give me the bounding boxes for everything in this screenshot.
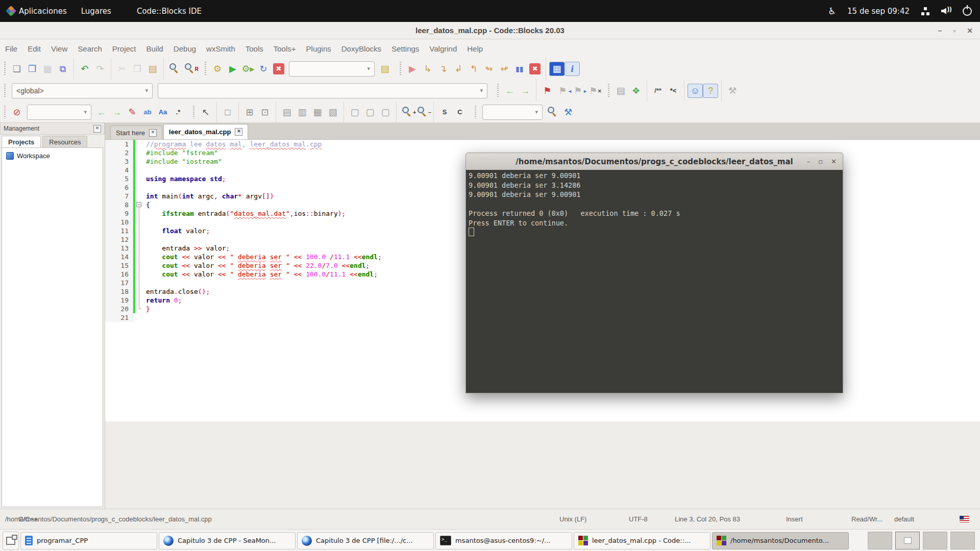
terminal-minimize-button[interactable]: – [807, 158, 811, 165]
doxy-help-icon[interactable]: ? [703, 84, 718, 98]
doxy-blocks-icon[interactable]: ❖ [628, 83, 644, 98]
redo-icon[interactable]: ↷ [92, 61, 108, 77]
open-file-icon[interactable]: ❒ [24, 61, 40, 77]
network-icon[interactable] [921, 7, 930, 15]
editor-tab[interactable]: Start here✕ [110, 126, 162, 139]
save-icon[interactable]: ▦ [40, 61, 55, 77]
chevron-down-icon[interactable]: ▾ [535, 109, 538, 115]
menu-doxyblocks[interactable]: DoxyBlocks [336, 39, 386, 58]
symbol-combo[interactable]: ▾ [482, 105, 543, 120]
paste-icon[interactable]: ▤ [145, 61, 160, 77]
wxs-sizer1-icon[interactable]: ▢ [347, 105, 362, 120]
doxy-block-comment-icon[interactable]: /** [650, 83, 666, 98]
next-instruction-icon[interactable]: ↬ [481, 61, 497, 77]
function-combo[interactable]: ▾ [158, 83, 487, 98]
highlight-occurrences-icon[interactable]: ✎ [125, 105, 140, 120]
terminal-close-button[interactable]: ✕ [831, 158, 837, 165]
taskbar-item[interactable]: Capitulo 3 de CPP [file:/.../c... [297, 532, 434, 549]
step-out-icon[interactable]: ↰ [466, 61, 481, 77]
abort-build-icon[interactable]: ✖ [273, 63, 284, 74]
toolbar-wrench-icon[interactable]: ⚒ [725, 83, 740, 98]
volume-icon[interactable] [941, 7, 951, 15]
menu-view[interactable]: View [46, 39, 72, 58]
run-to-cursor-icon[interactable]: ↳ [420, 61, 435, 77]
debugging-windows-icon[interactable]: ▦ [549, 62, 565, 76]
undo-icon[interactable]: ↶ [77, 61, 92, 77]
tab-close-icon[interactable]: ✕ [235, 128, 242, 136]
keyboard-layout-flag-icon[interactable] [960, 516, 969, 522]
accessibility-icon[interactable]: ♿ [828, 7, 836, 16]
clear-search-icon[interactable]: ⊘ [9, 105, 24, 120]
selected-text-only-icon[interactable]: ab [140, 105, 155, 120]
terminal-window[interactable]: /home/msantos/Documentos/progs_c_codeblo… [465, 153, 843, 393]
wxs-grid-icon[interactable]: ⊞ [242, 105, 257, 120]
chevron-down-icon[interactable]: ▾ [145, 87, 148, 94]
clear-bookmarks-icon[interactable]: ⚑✕ [585, 83, 601, 98]
save-all-icon[interactable]: ⧉ [55, 61, 70, 77]
build-and-run-icon[interactable]: ⚙▸ [240, 61, 256, 77]
terminal-output[interactable]: 9.00901 deberia ser 9.009019.00901 deber… [466, 170, 843, 238]
menu-tools+[interactable]: Tools+ [268, 39, 301, 58]
stop-debugger-icon[interactable]: ✖ [529, 63, 541, 74]
workspace-4[interactable] [950, 532, 975, 549]
doxy-whatsthis-icon[interactable]: ☺ [688, 84, 703, 98]
zoom-out-icon[interactable]: − [415, 105, 430, 120]
scope-combo[interactable]: <global>▾ [12, 83, 153, 98]
wx-config-icon[interactable]: ⚒ [560, 105, 576, 120]
management-tab-projects[interactable]: Projects [2, 136, 41, 148]
active-app-menu[interactable]: Code::Blocks IDE [130, 0, 209, 22]
places-menu[interactable]: Lugares [74, 0, 118, 22]
menu-file[interactable]: File [0, 39, 22, 58]
rebuild-icon[interactable]: ↻ [256, 61, 271, 77]
menu-wxsmith[interactable]: wxSmith [201, 39, 240, 58]
workspace-1[interactable] [868, 532, 892, 549]
menu-project[interactable]: Project [107, 39, 141, 58]
applications-menu[interactable]: Aplicaciones [0, 0, 74, 22]
zoom-in-icon[interactable]: + [400, 105, 415, 120]
tab-close-icon[interactable]: ✕ [149, 129, 157, 137]
wxs-panel3-icon[interactable]: ▦ [310, 105, 325, 120]
wxs-sizer2-icon[interactable]: ▢ [362, 105, 378, 120]
chevron-down-icon[interactable]: ▾ [480, 87, 483, 94]
break-debugger-icon[interactable]: ▮▮ [512, 61, 527, 77]
menu-settings[interactable]: Settings [386, 39, 424, 58]
wxs-sizer3-icon[interactable]: ▢ [378, 105, 393, 120]
taskbar-item[interactable]: Capitulo 3 de CPP - SeaMon... [159, 532, 296, 549]
close-button[interactable]: ✕ [967, 27, 973, 35]
new-file-icon[interactable]: ❏ [9, 61, 24, 77]
symbol-search-icon[interactable] [545, 105, 560, 120]
menu-valgrind[interactable]: Valgrind [424, 39, 462, 58]
build-target-combo[interactable]: ▾ [289, 61, 375, 77]
step-into-icon[interactable]: ↲ [451, 61, 466, 77]
browse-forward-icon[interactable]: → [518, 83, 533, 98]
management-tab-resources[interactable]: Resources [42, 136, 87, 148]
workspace-3[interactable] [923, 532, 947, 549]
maximize-button[interactable]: ▫ [953, 27, 955, 35]
next-line-icon[interactable]: ↴ [435, 61, 451, 77]
tree-item-workspace[interactable]: Workspace [4, 151, 101, 161]
menu-edit[interactable]: Edit [22, 39, 46, 58]
browse-back-icon[interactable]: ← [502, 83, 518, 98]
wxs-pointer-icon[interactable]: ↖ [198, 105, 213, 120]
terminal-maximize-button[interactable]: ▫ [818, 158, 823, 165]
regex-icon[interactable]: .* [170, 105, 186, 120]
terminal-titlebar[interactable]: /home/msantos/Documentos/progs_c_codeblo… [466, 153, 843, 170]
cut-icon[interactable]: ✂ [114, 61, 130, 77]
menu-search[interactable]: Search [72, 39, 107, 58]
taskbar-item[interactable]: /home/msantos/Documento... [712, 532, 849, 549]
search-next-icon[interactable]: → [109, 105, 125, 120]
workspace-2[interactable] [895, 532, 920, 549]
minimize-button[interactable]: – [938, 27, 942, 35]
wxs-panel1-icon[interactable]: ▤ [279, 105, 295, 120]
wxs-panel2-icon[interactable]: ▥ [295, 105, 310, 120]
menu-debug[interactable]: Debug [168, 39, 201, 58]
taskbar-item[interactable]: leer_datos_mal.cpp - Code::... [574, 532, 710, 549]
clock[interactable]: 15 de sep 09:42 [847, 7, 910, 16]
incremental-search-combo[interactable]: ▾ [27, 105, 91, 120]
run-icon[interactable]: ▶ [225, 61, 240, 77]
source-icon[interactable]: S [437, 105, 452, 120]
chevron-down-icon[interactable]: ▾ [84, 109, 87, 115]
menu-help[interactable]: Help [462, 39, 488, 58]
wxs-panel4-icon[interactable]: ▧ [325, 105, 340, 120]
debug-continue-icon[interactable]: ▶ [405, 61, 420, 77]
